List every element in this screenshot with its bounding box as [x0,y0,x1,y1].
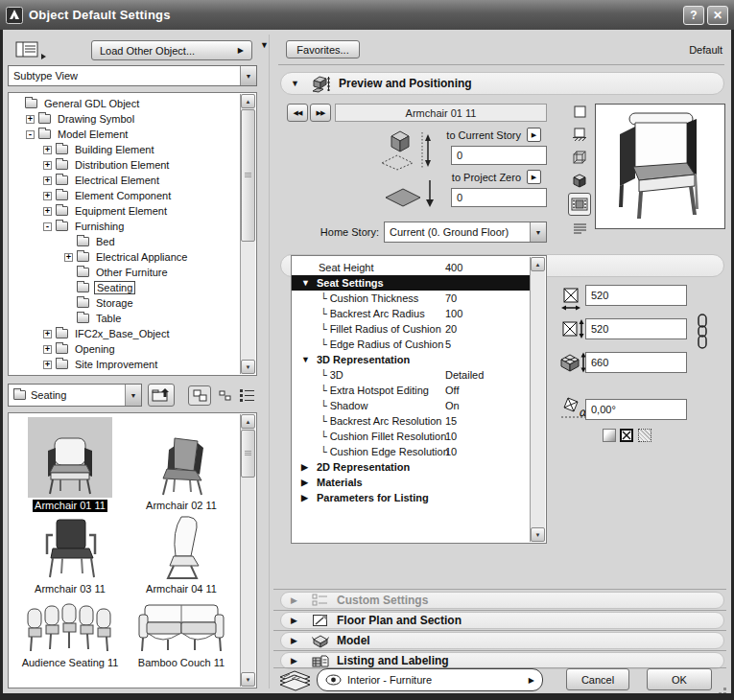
scroll-down-button[interactable]: ▼ [531,527,545,542]
parameter-row[interactable]: └Extra Hotspot EditingOff [292,383,532,398]
tree-expander-icon[interactable]: - [43,222,52,231]
to-current-story-input[interactable]: 0 [451,146,547,165]
preview-mode-3d-shaded-button[interactable] [569,171,590,190]
favorites-button[interactable]: Favorites... [286,40,360,58]
parameter-value[interactable]: Detailed [445,369,484,381]
rotation-angle-input[interactable]: 0,00° [585,399,687,420]
tree-item[interactable]: +Opening [9,341,256,357]
tree-expander-icon[interactable]: + [43,192,52,200]
group-arrow-icon[interactable]: ▼ [301,278,317,288]
section-header-preview-positioning[interactable]: ▼ Preview and Positioning [280,72,724,95]
parameter-row[interactable]: └Fillet Radius of Cushion20 [292,321,532,337]
section-header-custom-settings[interactable]: ▶ Custom Settings [280,592,724,609]
tree-item[interactable]: +Drawing Symbol [9,111,256,127]
parameter-value[interactable]: 10 [445,446,457,457]
parameter-group-seat-settings[interactable]: ▼Seat Settings [292,275,532,291]
folder-select[interactable]: Seating ▼ [8,384,142,407]
close-button[interactable]: ✕ [707,6,728,25]
next-object-button[interactable]: ▶▶ [310,104,331,122]
scroll-up-button[interactable]: ▲ [531,257,545,271]
parameter-row[interactable]: └Backrest Arc Radius100 [292,306,532,321]
tree-expander-icon[interactable]: + [43,345,52,354]
tree-item[interactable]: Storage [9,295,256,311]
tree-expander-icon[interactable]: - [26,130,35,139]
view-large-icons-button[interactable] [188,385,211,406]
parameter-row[interactable]: └Cushion Edge Resolution10 [292,444,532,459]
collapse-arrow-icon[interactable]: ▼ [291,79,312,88]
tree-expander-icon[interactable]: + [43,361,52,369]
tree-item[interactable]: +Element Component [9,188,256,203]
to-project-zero-flyout[interactable]: ▶ [527,170,541,184]
view-small-icons-button[interactable] [217,387,232,403]
parameter-row[interactable]: └Backrest Arc Resolution15 [292,413,532,429]
tree-item[interactable]: +Distribution Element [9,157,256,173]
tree-item[interactable]: +IFC2x_Base_Object [9,326,256,341]
tree-expander-icon[interactable]: + [43,146,52,154]
tree-expander-icon[interactable]: + [43,330,52,338]
parameter-row[interactable]: └Cushion Thickness70 [292,291,532,306]
cancel-button[interactable]: Cancel [566,668,629,690]
preview-mode-front-view-button[interactable] [569,125,590,144]
dimension-width-input[interactable]: 520 [585,285,687,306]
preview-mode-3d-wireframe-button[interactable] [569,148,590,167]
tree-expander-icon[interactable]: + [26,115,35,124]
dropdown-arrow-icon[interactable]: ▼ [530,222,546,242]
parameter-value[interactable]: 15 [445,415,457,427]
thumbnail-armchair-03[interactable]: Armchair 03 11 [14,512,126,595]
tree-item[interactable]: +Building Element [9,142,256,157]
tree-item[interactable]: +Equipment Element [9,203,256,219]
tree-item-seating[interactable]: Seating [9,280,256,295]
home-story-select[interactable]: Current (0. Ground Floor) ▼ [384,222,547,243]
tree-item[interactable]: -Furnishing [9,219,256,234]
thumbnail-armchair-02[interactable]: Armchair 02 11 [126,417,237,512]
parameter-value[interactable]: 10 [445,431,457,442]
tree-expander-icon[interactable]: + [43,207,52,216]
preview-mode-2d-symbol-button[interactable] [569,102,590,121]
view-list-button[interactable] [236,385,257,405]
parameter-value[interactable]: Off [445,385,459,396]
collapse-arrow-icon[interactable]: ▶ [291,616,312,625]
load-other-object-button[interactable]: Load Other Object... ▶ [91,40,252,60]
dropdown-arrow-icon[interactable]: ▼ [125,385,141,406]
ok-button[interactable]: OK [647,668,712,690]
subtype-view-select[interactable]: Subtype View ▼ [8,65,257,86]
panel-splitter-arrow[interactable]: ▼ [260,40,269,50]
dropdown-arrow-icon[interactable]: ▼ [240,66,256,85]
up-one-level-button[interactable] [148,384,175,407]
scroll-thumb[interactable] [241,109,255,242]
thumbnail-bamboo-couch[interactable]: Bamboo Couch 11 [126,595,237,669]
to-project-zero-input[interactable]: 0 [451,188,547,207]
group-arrow-icon[interactable]: ▼ [301,355,317,364]
tree-expander-icon[interactable]: + [43,176,52,185]
tree-item[interactable]: Table [9,311,256,326]
tree-item[interactable]: Bed [9,234,256,249]
anchor-option-gradient[interactable] [603,429,616,442]
parameter-value[interactable]: 5 [445,338,451,350]
previous-object-button[interactable]: ◀◀ [287,104,308,122]
collapse-arrow-icon[interactable]: ▶ [291,636,312,645]
scroll-up-button[interactable]: ▲ [241,414,255,429]
scroll-down-button[interactable]: ▼ [241,360,255,374]
parameter-group-materials[interactable]: ▶Materials [292,475,532,490]
collapse-arrow-icon[interactable]: ▶ [291,656,312,665]
section-header-floor-plan-section[interactable]: ▶ Floor Plan and Section [280,612,724,629]
tree-item[interactable]: General GDL Object [9,96,256,111]
parameter-value[interactable]: On [445,400,460,411]
dimension-depth-input[interactable]: 520 [585,318,687,339]
scroll-up-button[interactable]: ▲ [241,94,255,108]
anchor-option-selected[interactable] [620,429,633,442]
thumbnail-audience-seating[interactable]: Audience Seating 11 [14,595,126,669]
to-current-story-flyout[interactable]: ▶ [527,128,541,142]
tree-expander-icon[interactable]: + [64,253,73,262]
tree-item[interactable]: +Electrical Element [9,173,256,188]
parameter-row[interactable]: Seat Height400 [292,260,532,275]
tree-expander-icon[interactable]: + [43,161,52,170]
anchor-option-dotted[interactable] [638,429,651,442]
help-button[interactable]: ? [683,6,704,25]
parameter-row[interactable]: └Edge Radius of Cushion5 [292,337,532,352]
parameter-value[interactable]: 400 [445,262,462,273]
resize-grip[interactable] [723,688,726,690]
preview-mode-picture-button[interactable] [568,193,591,216]
tree-item[interactable]: Other Furniture [9,265,256,280]
tree-item[interactable]: +Electrical Appliance [9,249,256,265]
